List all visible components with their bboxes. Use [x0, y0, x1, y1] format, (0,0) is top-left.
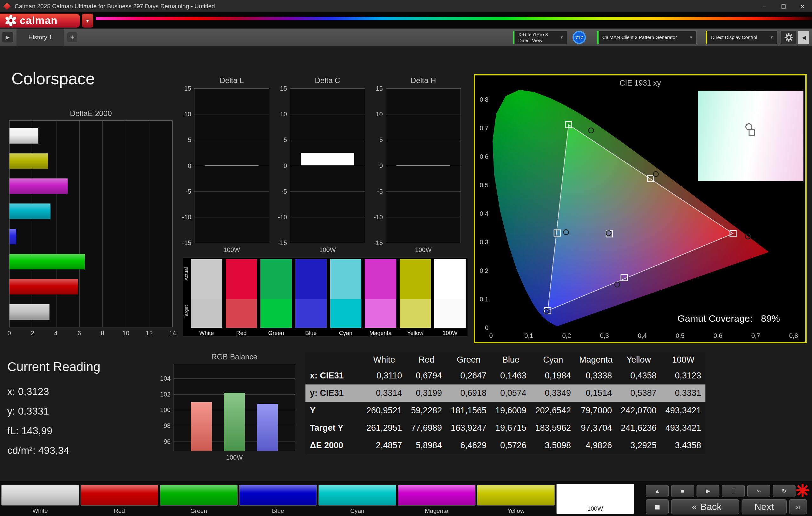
swatch-target [434, 299, 466, 328]
swatch-actual [400, 259, 431, 299]
next-label: Next [754, 502, 774, 512]
calman-flower-icon [5, 15, 17, 26]
swatch-target [260, 299, 292, 328]
bar-yellow [9, 153, 48, 169]
patch-label: White [1, 508, 79, 514]
delta-c-plot: 151050-5-10-15 [290, 88, 365, 243]
maximize-button[interactable]: □ [774, 0, 793, 12]
spectrum-bar [96, 17, 812, 20]
patch-label: 100W [556, 505, 634, 512]
rgb-balance-chart: RGB Balance 1041021009896 100W [174, 353, 295, 457]
minimize-button[interactable]: – [755, 0, 774, 12]
display-control-dropdown[interactable]: Direct Display Control ▼ [705, 30, 777, 44]
column-header: White [362, 353, 407, 367]
loop-button[interactable]: ↻ [773, 485, 795, 497]
table-cell: 2,4857 [362, 437, 407, 454]
y-tick-label: -15 [278, 239, 287, 247]
close-button[interactable]: × [793, 0, 812, 12]
table-cell: 3,4358 [661, 437, 706, 454]
reading-cdm2: cd/m²: 493,34 [7, 441, 100, 460]
bar-white [9, 128, 38, 144]
y-tick-label: -10 [374, 213, 383, 221]
forward-button[interactable]: » [789, 499, 807, 514]
table-cell: 493,3421 [661, 419, 706, 437]
patch-button-red[interactable]: Red [81, 485, 158, 514]
table-cell: 5,8984 [407, 437, 446, 454]
delta-h-chart: Delta H 151050-5-10-15 100W [386, 76, 461, 253]
loop-icon: ↻ [782, 487, 786, 494]
patch-button-blue[interactable]: Blue [239, 485, 317, 514]
meter-reading-badge: 717 [573, 31, 586, 44]
table-cell: 0,3199 [407, 385, 446, 402]
pattern-generator-dropdown[interactable]: CalMAN Client 3 Pattern Generator ▼ [597, 30, 697, 44]
patch-button-white[interactable]: White [1, 485, 79, 514]
tab-scroll-button[interactable]: ▶ [2, 32, 13, 42]
gridline [195, 243, 269, 243]
bar-red [191, 402, 212, 451]
pause-button[interactable]: ∥ [722, 485, 745, 497]
calman-logo[interactable]: calman [0, 13, 80, 28]
table-row: x: CIE310,31100,67940,26470,14630,19840,… [306, 367, 705, 385]
patch-label: Magenta [398, 508, 475, 514]
patch-button-cyan[interactable]: Cyan [318, 485, 396, 514]
add-tab-button[interactable]: + [67, 32, 78, 42]
bar-blue [9, 229, 16, 244]
table-cell: 19,6009 [491, 402, 531, 419]
patch-button-yellow[interactable]: Yellow [477, 485, 555, 514]
back-button[interactable]: « Back [671, 499, 739, 514]
patch-label: Yellow [477, 508, 555, 514]
gridline [386, 191, 461, 192]
eject-icon: ▲ [655, 488, 660, 494]
collapse-panel-button[interactable]: ◀ [798, 30, 809, 44]
patch-button-100w[interactable]: 100W [556, 484, 634, 514]
cie-x-tick-label: 0,6 [714, 332, 723, 339]
play-button[interactable]: ▶ [697, 485, 719, 497]
current-reading-title: Current Reading [7, 360, 100, 374]
cie-1931-panel: CIE 1931 xy [474, 74, 807, 343]
bar-blue [257, 404, 278, 451]
stop-large-button[interactable]: ■ [646, 499, 669, 514]
tab-history-1[interactable]: History 1 [17, 29, 64, 46]
table-cell: 4,9826 [575, 437, 616, 454]
swatch-actual [226, 259, 257, 299]
y-tick-label: -5 [185, 188, 191, 195]
color-swatch-blue: Blue [295, 259, 327, 337]
patch-color [477, 485, 555, 506]
eject-button[interactable]: ▲ [646, 485, 669, 497]
column-header: Green [446, 353, 491, 367]
patch-label: Green [160, 508, 238, 514]
table-cell: 0,0574 [491, 385, 531, 402]
stop-button[interactable]: ■ [671, 485, 694, 497]
y-tick-label: 102 [160, 391, 171, 398]
gridline [195, 140, 269, 140]
patch-button-magenta[interactable]: Magenta [398, 485, 475, 514]
bar-cyan [9, 204, 51, 219]
meter-dropdown[interactable]: X-Rite i1Pro 3 Direct View ▼ [513, 30, 567, 44]
table-cell: 77,6989 [407, 419, 446, 437]
settings-button[interactable] [781, 30, 797, 44]
logo-menu-button[interactable]: ▼ [82, 13, 93, 28]
table-cell: 0,3338 [575, 367, 616, 385]
patch-color [398, 485, 475, 506]
stop-icon: ■ [681, 488, 685, 494]
color-swatch-red: Red [226, 259, 257, 337]
page-title: Colorspace [11, 69, 95, 88]
swatch-target [295, 299, 327, 328]
patch-button-green[interactable]: Green [160, 485, 238, 514]
x-tick-label: 8 [101, 330, 104, 337]
color-swatch-cyan: Cyan [330, 259, 361, 337]
table-cell: 0,5387 [616, 385, 661, 402]
brand-bar [0, 12, 812, 29]
color-swatch-white: White [191, 259, 222, 337]
table-cell: 0,1514 [575, 385, 616, 402]
continuous-button[interactable]: ∞ [747, 485, 770, 497]
cie-x-tick-label: 0,8 [789, 332, 798, 339]
y-tick-label: 104 [160, 375, 171, 382]
color-swatch-green: Green [260, 259, 292, 337]
x-tick-label: 14 [169, 330, 176, 337]
column-header: Cyan [531, 353, 575, 367]
swatch-target [226, 299, 257, 328]
next-button[interactable]: Next [742, 499, 787, 514]
row-label: ΔE 2000 [306, 437, 362, 454]
cie-y-tick-label: 0,6 [480, 153, 489, 160]
